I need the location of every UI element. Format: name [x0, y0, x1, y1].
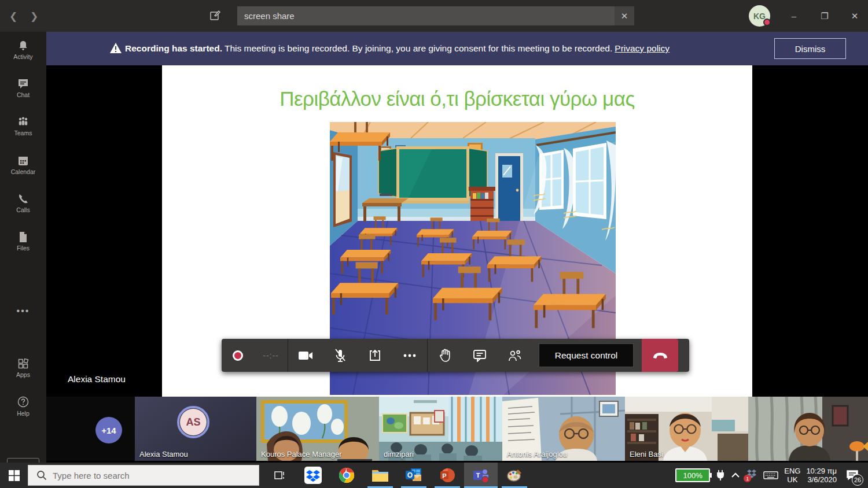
sidebar-item-label: Calls — [16, 206, 30, 213]
svg-text:P: P — [442, 472, 446, 479]
clear-search-icon[interactable]: ✕ — [615, 6, 634, 25]
participant-filmstrip: +14 AS Alexia Stamou — [46, 397, 868, 461]
avatar-ring: AS — [177, 406, 209, 438]
clock[interactable]: 10:29 πμ3/6/2020 — [806, 467, 837, 484]
search-input[interactable] — [237, 6, 615, 25]
teams-taskbar-icon[interactable]: T — [464, 463, 498, 488]
sidebar-item-teams[interactable]: Teams — [0, 109, 46, 143]
battery-indicator[interactable]: 100% — [675, 468, 710, 482]
compose-icon[interactable] — [209, 10, 221, 24]
participant-name: Eleni Basi — [630, 450, 663, 459]
camera-button[interactable] — [288, 339, 323, 372]
participant-tile-unnamed[interactable] — [748, 397, 868, 461]
more-apps-icon[interactable]: ••• — [0, 302, 46, 320]
recording-banner: Recording has started.This meeting is be… — [0, 32, 868, 65]
sidebar-item-label: Apps — [16, 371, 30, 378]
language-indicator[interactable]: ENGUK — [784, 467, 800, 484]
overflow-tile[interactable]: +14 — [46, 397, 135, 461]
calendar-icon — [17, 155, 29, 167]
powerpoint-icon[interactable]: P — [431, 463, 464, 488]
sidebar-item-calls[interactable]: Calls — [0, 186, 46, 220]
back-icon[interactable]: ❮ — [7, 10, 20, 23]
participants-button[interactable] — [497, 339, 532, 372]
meeting-control-bar: --:-- — [222, 339, 689, 372]
participant-tile-kouros[interactable]: Kouros Palace Manager — [256, 397, 379, 461]
participant-tile-antonis[interactable]: Antonis Araijoglou — [502, 397, 625, 461]
dismiss-button[interactable]: Dismiss — [774, 38, 846, 59]
task-view-button[interactable] — [263, 463, 296, 488]
taskbar-search[interactable] — [28, 465, 259, 486]
more-options-button[interactable] — [392, 339, 427, 372]
chat-button[interactable] — [462, 339, 497, 372]
chrome-icon[interactable] — [330, 463, 363, 488]
sidebar-item-label: Teams — [14, 130, 32, 136]
help-icon — [17, 395, 30, 408]
paint-icon[interactable] — [498, 463, 531, 488]
chevron-up-icon[interactable] — [731, 472, 740, 478]
warning-icon — [110, 43, 122, 56]
participant-name: dimzipari — [384, 450, 414, 459]
search-icon — [36, 470, 47, 480]
participant-tile-alexia[interactable]: AS Alexia Stamou — [135, 397, 256, 461]
title-bar: ❮ ❯ ✕ KG – ❐ ✕ — [0, 0, 868, 32]
restore-button[interactable]: ❐ — [811, 0, 838, 32]
hang-up-button[interactable] — [642, 339, 678, 372]
bell-icon — [17, 40, 29, 51]
windows-taskbar: O P T — [0, 463, 868, 488]
sidebar-item-label: Chat — [17, 91, 30, 98]
raise-hand-button[interactable] — [428, 339, 462, 372]
mic-muted-button[interactable] — [323, 339, 358, 372]
file-icon — [18, 231, 28, 243]
participant-name: Alexia Stamou — [139, 450, 188, 459]
avatar-initials: AS — [179, 408, 207, 436]
outlook-icon[interactable]: O — [397, 463, 431, 488]
dropbox-icon[interactable] — [296, 463, 330, 488]
participant-tile-eleni[interactable]: Eleni Basi — [625, 397, 748, 461]
keyboard-icon[interactable] — [763, 470, 778, 480]
sidebar-item-label: Calendar — [11, 168, 36, 175]
action-center-icon[interactable]: 26 — [843, 463, 862, 488]
dropbox-badge: 1 — [744, 475, 751, 482]
sidebar-item-label: Files — [17, 245, 30, 252]
svg-text:O: O — [407, 471, 413, 479]
request-control-button[interactable]: Request control — [539, 343, 634, 367]
taskbar-search-input[interactable] — [53, 471, 244, 480]
sidebar-item-help[interactable]: Help — [0, 389, 46, 423]
sidebar-item-chat[interactable]: Chat — [0, 71, 46, 105]
phone-icon — [17, 193, 29, 205]
app-rail: Activity Chat Teams Calendar — [0, 32, 46, 463]
dropbox-tray-icon[interactable]: 1 — [746, 468, 757, 482]
sidebar-item-files[interactable]: Files — [0, 224, 46, 258]
participant-name: Antonis Araijoglou — [507, 450, 567, 459]
privacy-policy-link[interactable]: Privacy policy — [615, 43, 670, 54]
presence-dot — [763, 19, 771, 26]
minimize-button[interactable]: – — [781, 0, 807, 32]
plug-icon[interactable] — [716, 469, 725, 481]
apps-icon — [17, 358, 29, 369]
sidebar-item-label: Help — [17, 410, 30, 417]
forward-icon[interactable]: ❯ — [28, 10, 41, 23]
sidebar-item-calendar[interactable]: Calendar — [0, 148, 46, 182]
sidebar-item-activity[interactable]: Activity — [0, 33, 46, 66]
banner-body: This meeting is being recorded. By joini… — [225, 43, 612, 54]
banner-bold: Recording has started. — [125, 43, 222, 54]
start-button[interactable] — [0, 463, 28, 488]
close-button[interactable]: ✕ — [841, 0, 868, 32]
file-explorer-icon[interactable] — [363, 463, 397, 488]
share-screen-button[interactable] — [358, 339, 392, 372]
video-feed — [748, 397, 868, 461]
participant-tile-dimzipari[interactable]: dimzipari — [379, 397, 502, 461]
sidebar-item-apps[interactable]: Apps — [0, 351, 46, 385]
notification-count: 26 — [852, 474, 863, 486]
sidebar-item-label: Activity — [13, 53, 32, 60]
system-tray: 100% 1 ENGUK 10 — [675, 463, 868, 488]
recording-indicator — [222, 350, 254, 361]
participant-name: Kouros Palace Manager — [261, 450, 341, 459]
teams-window: ❮ ❯ ✕ KG – ❐ ✕ Recording has started.Thi… — [0, 0, 868, 488]
overflow-count: +14 — [95, 417, 122, 443]
slide-title: Περιβάλλον είναι ό,τι βρίσκεται γύρω μας — [162, 87, 752, 110]
active-speaker-label: Alexia Stamou — [68, 374, 126, 385]
svg-text:T: T — [476, 472, 480, 479]
banner-text: Recording has started.This meeting is be… — [125, 32, 670, 65]
teams-icon — [17, 116, 30, 128]
